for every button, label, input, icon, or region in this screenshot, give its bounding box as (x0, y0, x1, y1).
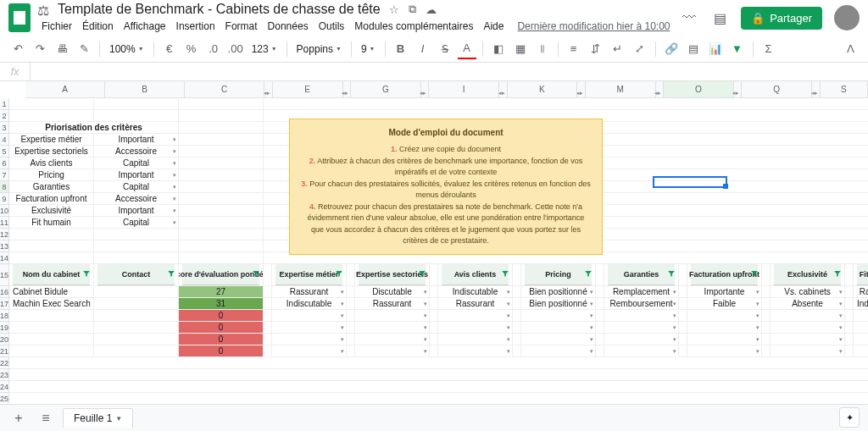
cell-em[interactable]: Indiscutable▾ (272, 298, 347, 309)
menu-modules[interactable]: Modules complémentaires (350, 19, 477, 34)
cell-contact[interactable] (94, 334, 179, 345)
link-icon[interactable]: 🔗 (662, 39, 681, 59)
cell-em[interactable]: ▾ (272, 310, 347, 321)
menu-insertion[interactable]: Insertion (172, 19, 220, 34)
col-header-S[interactable]: S (821, 81, 868, 97)
cell-em[interactable]: ▾ (272, 345, 347, 356)
row-header-7[interactable]: 7 (0, 169, 8, 181)
cell-fit[interactable]: Rassurant▾ (854, 286, 868, 297)
cell[interactable] (9, 229, 94, 240)
cell-em[interactable]: Rassurant▾ (272, 286, 347, 297)
cell-excl[interactable]: ▾ (771, 310, 845, 321)
row-header-10[interactable]: 10 (0, 205, 8, 217)
prio-val[interactable]: Accessoire▾ (94, 193, 179, 204)
header-score[interactable]: Score d'évaluation pondéré (179, 264, 264, 285)
col-header-L[interactable]: ◂▸ (577, 81, 585, 97)
row-header-9[interactable]: 9 (0, 193, 8, 205)
header-pricing[interactable]: Pricing (521, 264, 596, 285)
header-fit[interactable]: Fit humain (854, 264, 868, 285)
cell-fact[interactable]: Faible▾ (687, 298, 762, 309)
row-header-19[interactable]: 19 (0, 322, 8, 334)
menu-edition[interactable]: Édition (78, 19, 118, 34)
col-header-G[interactable]: G (351, 81, 421, 97)
col-header-I[interactable]: I (429, 81, 499, 97)
header-garanties[interactable]: Garanties (604, 264, 679, 285)
row-header-2[interactable]: 2 (0, 110, 8, 122)
col-header-A[interactable]: A (25, 81, 105, 97)
row-header-14[interactable]: 14 (0, 252, 8, 264)
cell-fit[interactable]: ▾ (854, 322, 868, 333)
cell-fact[interactable]: ▾ (687, 322, 762, 333)
cell-garanties[interactable]: ▾ (604, 345, 679, 356)
cell-avis[interactable]: ▾ (438, 345, 513, 356)
dec-decrease[interactable]: .0 (204, 39, 223, 59)
text-color-icon[interactable]: A (458, 39, 476, 59)
cell-pricing[interactable]: ▾ (521, 334, 596, 345)
cell[interactable] (179, 146, 264, 157)
cell[interactable] (179, 134, 264, 145)
cell[interactable] (179, 229, 264, 240)
sheet-tab-1[interactable]: Feuille 1▼ (63, 408, 133, 428)
header-avis[interactable]: Avis clients (438, 264, 513, 285)
zoom-select[interactable]: 100% (106, 43, 147, 55)
cell-es[interactable]: ▾ (355, 334, 430, 345)
cell-excl[interactable]: ▾ (771, 322, 845, 333)
cell-fact[interactable]: ▾ (687, 334, 762, 345)
cell-es[interactable]: ▾ (355, 322, 430, 333)
cell-nom[interactable] (9, 310, 94, 321)
cell-es[interactable]: ▾ (355, 345, 430, 356)
cell[interactable] (179, 205, 264, 216)
row-header-13[interactable]: 13 (0, 240, 8, 252)
cell-nom[interactable]: Machin Exec Search (9, 298, 94, 309)
percent-icon[interactable]: % (182, 39, 201, 59)
menu-affichage[interactable]: Affichage (120, 19, 170, 34)
cell[interactable] (94, 240, 179, 251)
col-header-B[interactable]: B (105, 81, 185, 97)
cell[interactable] (179, 181, 264, 192)
row-header-22[interactable]: 22 (0, 357, 8, 369)
cell-fit[interactable]: ▾ (854, 310, 868, 321)
row-header-8[interactable]: 8 (0, 181, 8, 193)
halign-icon[interactable]: ≡ (565, 39, 583, 59)
undo-icon[interactable]: ↶ (8, 39, 27, 59)
cell-es[interactable]: ▾ (355, 310, 430, 321)
functions-icon[interactable]: Σ (760, 39, 778, 59)
prio-val[interactable]: Capital▾ (94, 181, 179, 192)
cell-garanties[interactable]: ▾ (604, 334, 679, 345)
cell[interactable] (179, 157, 264, 169)
cell-avis[interactable]: Rassurant▾ (438, 298, 513, 309)
cell[interactable] (9, 240, 94, 251)
cell-em[interactable]: ▾ (272, 334, 347, 345)
col-header-O[interactable]: O (664, 81, 734, 97)
header-contact[interactable]: Contact (94, 264, 179, 285)
cell[interactable] (9, 110, 94, 121)
merge-icon[interactable]: ⫴ (533, 39, 552, 59)
row-header-17[interactable]: 17 (0, 298, 8, 310)
sheets-logo[interactable] (8, 3, 31, 32)
cell-pricing[interactable]: ▾ (521, 322, 596, 333)
col-header-Q[interactable]: Q (742, 81, 812, 97)
menu-format[interactable]: Format (221, 19, 262, 34)
cell[interactable] (94, 110, 179, 121)
row-header-1[interactable]: 1 (0, 98, 8, 110)
folder-icon[interactable]: ⧉ (406, 3, 420, 16)
row-header-12[interactable]: 12 (0, 229, 8, 240)
cell-fact[interactable]: Importante▾ (687, 286, 762, 297)
cell-garanties[interactable]: ▾ (604, 322, 679, 333)
col-header-M[interactable]: M (586, 81, 656, 97)
prio-val[interactable]: Important▾ (94, 205, 179, 216)
cell-nom[interactable]: Cabinet Bidule (9, 286, 94, 297)
cloud-icon[interactable]: ☁ (425, 3, 438, 16)
cell-excl[interactable]: ▾ (771, 334, 845, 345)
cell[interactable] (179, 122, 264, 133)
row-header-4[interactable]: 4 (0, 134, 8, 146)
col-header-E[interactable]: E (273, 81, 343, 97)
row-header-6[interactable]: 6 (0, 157, 8, 169)
menu-fichier[interactable]: Fichier (37, 19, 76, 34)
header-excl[interactable]: Exclusivité (771, 264, 845, 285)
prio-val[interactable]: Capital▾ (94, 217, 179, 228)
cell-nom[interactable] (9, 345, 94, 356)
header-em[interactable]: Expertise métier (272, 264, 347, 285)
currency-icon[interactable]: € (160, 39, 179, 59)
bold-icon[interactable]: B (392, 39, 410, 59)
